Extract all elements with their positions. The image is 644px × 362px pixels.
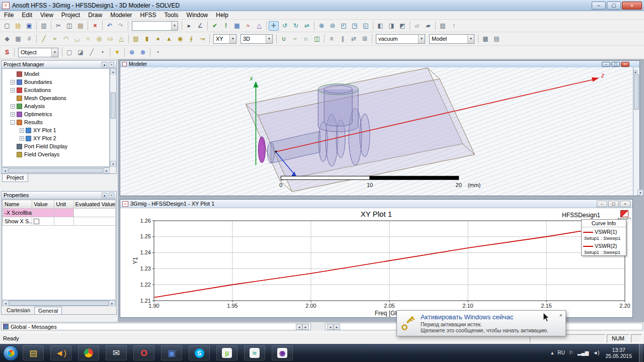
cut-icon[interactable]: ✂ [53,21,63,31]
pan-icon[interactable]: ✛ [269,21,279,31]
volume-icon[interactable]: ◄) [593,350,599,355]
draw-box-icon[interactable]: ▧ [131,34,141,44]
close-button[interactable]: × [620,201,630,207]
chrome-browser[interactable] [78,345,99,360]
tree-expander[interactable]: + [11,80,15,84]
tree-expander[interactable]: + [11,112,15,117]
intersect-icon[interactable]: ∩ [301,34,311,44]
view-yz-icon[interactable]: ◨ [386,21,396,31]
copy-icon[interactable]: ◫ [64,21,74,31]
plane-combo[interactable]: XY ▼ [213,34,236,44]
show-scrollbar-checkbox[interactable] [34,219,39,224]
filter-icon[interactable]: ▼ [112,48,122,57]
mail-client[interactable]: ✉ [106,345,127,360]
table-row[interactable]: -X Scrollbar [3,209,116,217]
table-row[interactable]: Show X S... [3,217,116,226]
rotate-model-icon[interactable]: ↺ [280,21,290,31]
delete-icon[interactable]: × [90,21,100,31]
zoom-in-icon[interactable]: ⊕ [316,21,327,31]
select-vertex-icon[interactable]: • [98,48,108,57]
matrix-data-icon[interactable]: ▦ [232,21,242,31]
tree-expander[interactable]: + [20,136,24,141]
scroll-up-icon[interactable]: ▲ [633,70,637,74]
draw-sweep-icon[interactable]: ↝ [197,34,207,44]
paste-icon[interactable]: ▤ [75,21,86,31]
view-xy-icon[interactable]: ◧ [375,21,385,31]
layers-icon[interactable]: ▤ [492,34,502,44]
main-titlebar[interactable]: ≈ Ansoft HFSS - 3Gmig - HFSSDesign1 - 3D… [0,0,644,11]
maximize-button[interactable]: ▢ [607,2,621,10]
measure-mode-icon[interactable]: ∠ [195,21,205,31]
draw-spline-icon[interactable]: ≈ [50,34,60,44]
snap-icon[interactable]: # [24,34,34,44]
tree-expander[interactable] [11,96,15,101]
property-value-cell[interactable] [32,217,54,226]
tree-item[interactable]: + Excitations [3,86,109,94]
open-icon[interactable]: ▤ [13,21,23,31]
column-header[interactable]: Evaluated Value [73,200,116,209]
modeler-titlebar[interactable]: Modeler – ▢ × [120,61,639,67]
analyze-all-icon[interactable]: ! [221,21,231,31]
draw-cylinder-icon[interactable]: ▮ [142,34,152,44]
redo-icon[interactable]: ↷ [116,21,126,31]
draw-rect-icon[interactable]: ▭ [105,34,115,44]
activation-popup[interactable]: Активировать Windows сейчас Период актив… [396,310,566,336]
tree-item[interactable]: + Analysis [3,102,109,110]
dimension-combo[interactable]: 3D ▼ [240,34,273,44]
tree-horizontal-scrollbar[interactable]: ◄ ► [2,167,110,173]
tree-item[interactable]: Field Overlays [3,150,109,158]
draw-torus-icon[interactable]: ◉ [175,34,185,44]
copy-image-icon[interactable]: ▨ [438,21,448,31]
menu-item[interactable]: Project [57,11,84,20]
properties-header[interactable]: Properties ▴ × [2,192,116,199]
undo-icon[interactable]: ↶ [105,21,115,31]
properties-horizontal-scrollbar[interactable]: ◄ ► [2,300,116,306]
grid-icon[interactable]: ▦ [13,34,23,44]
export-icon[interactable]: ↑ [449,21,459,31]
modeler-vertical-scrollbar[interactable]: ▲ ▼ [633,67,639,196]
tree-item[interactable]: + XY Plot 2 [3,134,109,142]
draw-line-icon[interactable]: ╱ [39,34,49,44]
menu-item[interactable]: Draw [84,11,106,20]
global-cs-icon[interactable]: ⊕ [127,48,137,57]
draw-helix-icon[interactable]: ∮ [186,34,196,44]
progress-scroll[interactable]: ◄► [327,324,340,330]
tab-cartesian[interactable]: Cartesian [3,307,34,314]
select-arrow-icon[interactable]: ▸ [184,21,194,31]
pin-icon[interactable]: ▴ [102,62,107,67]
column-header[interactable]: Value [32,200,54,209]
zoom-out-icon[interactable]: ⊖ [328,21,338,31]
property-value-cell[interactable] [32,209,54,217]
relative-cs-icon[interactable]: ⊗ [138,48,148,57]
tree-expander[interactable] [11,144,15,149]
select-object-icon[interactable]: ▢ [64,48,74,57]
wireframe-icon[interactable]: ▱ [412,21,422,31]
history-combo[interactable]: ▼ [132,21,178,31]
mirror-icon[interactable]: ⇄ [349,34,359,44]
file-explorer[interactable]: ▤ [23,345,44,360]
property-name-cell[interactable]: -X Scrollbar [3,209,32,217]
rotate-screen-icon[interactable]: ⇌ [302,21,312,31]
view-xz-icon[interactable]: ◩ [397,21,408,31]
subtract-icon[interactable]: − [290,34,300,44]
menu-item[interactable]: Window [183,11,212,20]
menu-item[interactable]: View [36,11,57,20]
start-button[interactable] [3,345,19,361]
column-header[interactable]: Unit [54,200,73,209]
column-header[interactable]: Name [3,200,32,209]
maximize-button[interactable]: ▢ [608,201,619,207]
menu-item[interactable]: Edit [18,11,36,20]
select-face-icon[interactable]: ◪ [75,48,86,57]
tree-expander[interactable] [11,152,15,157]
volume-mixer[interactable]: ◄) [50,345,71,360]
tree-item[interactable]: Mesh Operations [3,94,109,102]
scroll-down-icon[interactable]: ▼ [110,161,116,167]
project-manager-header[interactable]: Project Manager ▴ × [2,61,116,68]
ansoft-app[interactable]: ◉ [272,345,293,360]
tree-expander[interactable]: + [11,104,15,109]
selection-mode-combo[interactable]: Object ▼ [18,48,58,57]
language-indicator[interactable]: RU [557,350,565,355]
fit-all-icon[interactable]: ◳ [350,21,360,31]
material-icon[interactable]: ▩ [480,34,491,44]
hidden-icons-chevron[interactable]: ▴ [551,350,553,355]
